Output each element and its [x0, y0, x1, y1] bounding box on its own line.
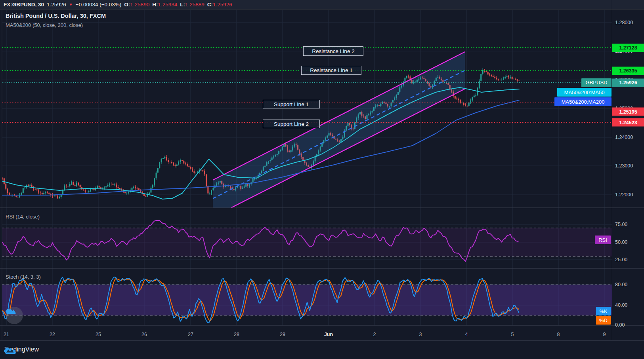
series-badge-gbpusd: GBPUSD	[581, 78, 612, 87]
price-axis-badge: 1.24523	[612, 118, 644, 127]
price-axis-label: 50.00	[615, 239, 627, 245]
tradingview-chart-window: FX:GBPUSD, 30 1.25926 ▼ −0.00034 (−0.03%…	[0, 0, 644, 359]
chart-title[interactable]: British Pound / U.S. Dollar, 30, FXCM	[6, 13, 106, 19]
ma-indicator-legend[interactable]: MA50&200 (50, close, 200, close)	[6, 22, 83, 28]
tradingview-mountain-icon	[6, 307, 16, 315]
support-line-1-label[interactable]: Support Line 1	[263, 100, 320, 108]
series-badge-percent-d: %D	[596, 316, 611, 325]
time-axis-label: 29	[280, 332, 285, 337]
price-axis-badge: 1.27128	[612, 44, 644, 52]
series-badge-ma50: MA50&200:MA50	[557, 88, 612, 97]
tradingview-watermark-button[interactable]	[6, 307, 23, 324]
time-axis-label: 28	[234, 332, 239, 337]
time-axis-label: 9	[603, 332, 606, 337]
price-axis-label: 1.24000	[615, 135, 633, 140]
price-axis-label: 25.00	[615, 257, 627, 262]
price-axis-label: 1.22000	[615, 192, 633, 198]
price-axis-label: 75.00	[615, 222, 627, 227]
time-axis-label: 8	[557, 332, 560, 337]
series-badge-rsi: RSI	[595, 236, 611, 244]
time-axis-label: 27	[188, 332, 193, 337]
time-axis-label: 2	[373, 332, 376, 337]
series-badge-ma200: MA50&200:MA200	[554, 97, 612, 106]
price-axis-label: 0.00	[615, 322, 625, 328]
price-axis-badge: 1.25195	[612, 108, 644, 116]
rsi-pane-legend[interactable]: RSI (14, close)	[6, 214, 40, 220]
time-axis-label: 26	[141, 332, 147, 337]
time-axis-label: 3	[419, 332, 422, 337]
price-axis-label: 1.28000	[615, 20, 633, 25]
stoch-pane-legend[interactable]: Stoch (14, 3, 3)	[6, 274, 41, 280]
time-axis-label: 4	[465, 332, 468, 337]
series-badge-percent-k: %K	[596, 307, 611, 315]
time-axis-label: 25	[96, 332, 101, 337]
resistance-line-2-label[interactable]: Resistance Line 2	[303, 46, 363, 56]
time-axis-label: 21	[4, 332, 9, 337]
support-line-2-label[interactable]: Support Line 2	[263, 120, 320, 128]
tradingview-footer-link[interactable]: TradingView	[4, 346, 39, 353]
price-axis-label: 80.00	[615, 282, 627, 287]
price-axis-badge: 1.26335	[612, 66, 644, 75]
time-axis-label: 22	[50, 332, 55, 337]
resistance-line-1-label[interactable]: Resistance Line 1	[301, 66, 361, 75]
tradingview-logo-icon	[4, 346, 16, 355]
price-axis-label: 40.00	[615, 302, 627, 308]
time-axis-label: 5	[511, 332, 514, 337]
price-axis-label: 1.23000	[615, 163, 633, 169]
time-axis-label: Jun	[324, 332, 333, 337]
price-axis-badge: 1.25926	[612, 78, 644, 87]
